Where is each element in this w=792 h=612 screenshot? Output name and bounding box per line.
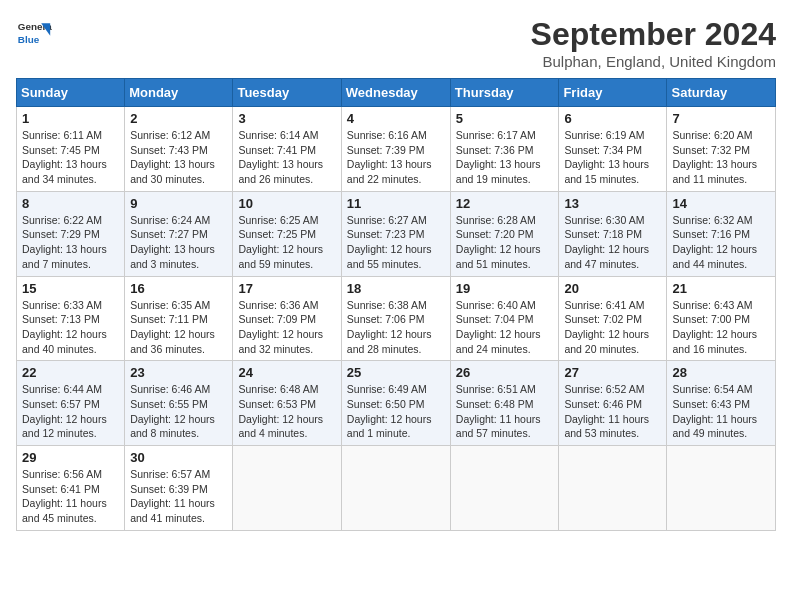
day-number: 9 [130, 196, 227, 211]
header-monday: Monday [125, 79, 233, 107]
header-sunday: Sunday [17, 79, 125, 107]
day-number: 25 [347, 365, 445, 380]
day-number: 28 [672, 365, 770, 380]
day-info: Sunrise: 6:49 AM Sunset: 6:50 PM Dayligh… [347, 382, 445, 441]
day-number: 19 [456, 281, 554, 296]
table-row [667, 446, 776, 531]
table-row: 4Sunrise: 6:16 AM Sunset: 7:39 PM Daylig… [341, 107, 450, 192]
day-number: 15 [22, 281, 119, 296]
table-row: 3Sunrise: 6:14 AM Sunset: 7:41 PM Daylig… [233, 107, 341, 192]
day-info: Sunrise: 6:48 AM Sunset: 6:53 PM Dayligh… [238, 382, 335, 441]
day-info: Sunrise: 6:11 AM Sunset: 7:45 PM Dayligh… [22, 128, 119, 187]
table-row [233, 446, 341, 531]
calendar-week-row: 15Sunrise: 6:33 AM Sunset: 7:13 PM Dayli… [17, 276, 776, 361]
table-row: 19Sunrise: 6:40 AM Sunset: 7:04 PM Dayli… [450, 276, 559, 361]
day-number: 3 [238, 111, 335, 126]
day-number: 20 [564, 281, 661, 296]
day-info: Sunrise: 6:46 AM Sunset: 6:55 PM Dayligh… [130, 382, 227, 441]
day-info: Sunrise: 6:40 AM Sunset: 7:04 PM Dayligh… [456, 298, 554, 357]
table-row: 26Sunrise: 6:51 AM Sunset: 6:48 PM Dayli… [450, 361, 559, 446]
day-number: 30 [130, 450, 227, 465]
day-info: Sunrise: 6:14 AM Sunset: 7:41 PM Dayligh… [238, 128, 335, 187]
table-row: 7Sunrise: 6:20 AM Sunset: 7:32 PM Daylig… [667, 107, 776, 192]
day-number: 6 [564, 111, 661, 126]
day-info: Sunrise: 6:54 AM Sunset: 6:43 PM Dayligh… [672, 382, 770, 441]
table-row: 27Sunrise: 6:52 AM Sunset: 6:46 PM Dayli… [559, 361, 667, 446]
header-saturday: Saturday [667, 79, 776, 107]
table-row: 15Sunrise: 6:33 AM Sunset: 7:13 PM Dayli… [17, 276, 125, 361]
day-info: Sunrise: 6:56 AM Sunset: 6:41 PM Dayligh… [22, 467, 119, 526]
day-number: 21 [672, 281, 770, 296]
day-number: 8 [22, 196, 119, 211]
calendar-week-row: 1Sunrise: 6:11 AM Sunset: 7:45 PM Daylig… [17, 107, 776, 192]
location-subtitle: Bulphan, England, United Kingdom [531, 53, 776, 70]
day-info: Sunrise: 6:28 AM Sunset: 7:20 PM Dayligh… [456, 213, 554, 272]
table-row: 5Sunrise: 6:17 AM Sunset: 7:36 PM Daylig… [450, 107, 559, 192]
day-info: Sunrise: 6:52 AM Sunset: 6:46 PM Dayligh… [564, 382, 661, 441]
table-row: 9Sunrise: 6:24 AM Sunset: 7:27 PM Daylig… [125, 191, 233, 276]
day-info: Sunrise: 6:27 AM Sunset: 7:23 PM Dayligh… [347, 213, 445, 272]
table-row [450, 446, 559, 531]
day-info: Sunrise: 6:57 AM Sunset: 6:39 PM Dayligh… [130, 467, 227, 526]
table-row [341, 446, 450, 531]
day-number: 26 [456, 365, 554, 380]
day-number: 5 [456, 111, 554, 126]
day-info: Sunrise: 6:33 AM Sunset: 7:13 PM Dayligh… [22, 298, 119, 357]
table-row: 18Sunrise: 6:38 AM Sunset: 7:06 PM Dayli… [341, 276, 450, 361]
header-thursday: Thursday [450, 79, 559, 107]
day-info: Sunrise: 6:51 AM Sunset: 6:48 PM Dayligh… [456, 382, 554, 441]
page-header: General Blue September 2024 Bulphan, Eng… [16, 16, 776, 70]
day-info: Sunrise: 6:16 AM Sunset: 7:39 PM Dayligh… [347, 128, 445, 187]
day-number: 17 [238, 281, 335, 296]
day-number: 13 [564, 196, 661, 211]
table-row: 23Sunrise: 6:46 AM Sunset: 6:55 PM Dayli… [125, 361, 233, 446]
table-row: 11Sunrise: 6:27 AM Sunset: 7:23 PM Dayli… [341, 191, 450, 276]
day-info: Sunrise: 6:17 AM Sunset: 7:36 PM Dayligh… [456, 128, 554, 187]
table-row: 29Sunrise: 6:56 AM Sunset: 6:41 PM Dayli… [17, 446, 125, 531]
day-number: 1 [22, 111, 119, 126]
table-row: 22Sunrise: 6:44 AM Sunset: 6:57 PM Dayli… [17, 361, 125, 446]
day-number: 18 [347, 281, 445, 296]
day-number: 2 [130, 111, 227, 126]
table-row: 25Sunrise: 6:49 AM Sunset: 6:50 PM Dayli… [341, 361, 450, 446]
table-row: 21Sunrise: 6:43 AM Sunset: 7:00 PM Dayli… [667, 276, 776, 361]
header-tuesday: Tuesday [233, 79, 341, 107]
calendar-table: Sunday Monday Tuesday Wednesday Thursday… [16, 78, 776, 531]
day-info: Sunrise: 6:44 AM Sunset: 6:57 PM Dayligh… [22, 382, 119, 441]
table-row: 12Sunrise: 6:28 AM Sunset: 7:20 PM Dayli… [450, 191, 559, 276]
table-row: 20Sunrise: 6:41 AM Sunset: 7:02 PM Dayli… [559, 276, 667, 361]
table-row: 28Sunrise: 6:54 AM Sunset: 6:43 PM Dayli… [667, 361, 776, 446]
header-friday: Friday [559, 79, 667, 107]
day-info: Sunrise: 6:25 AM Sunset: 7:25 PM Dayligh… [238, 213, 335, 272]
table-row: 6Sunrise: 6:19 AM Sunset: 7:34 PM Daylig… [559, 107, 667, 192]
calendar-week-row: 22Sunrise: 6:44 AM Sunset: 6:57 PM Dayli… [17, 361, 776, 446]
calendar-header-row: Sunday Monday Tuesday Wednesday Thursday… [17, 79, 776, 107]
calendar-week-row: 29Sunrise: 6:56 AM Sunset: 6:41 PM Dayli… [17, 446, 776, 531]
logo-icon: General Blue [16, 16, 52, 52]
month-title: September 2024 [531, 16, 776, 53]
table-row: 24Sunrise: 6:48 AM Sunset: 6:53 PM Dayli… [233, 361, 341, 446]
day-number: 23 [130, 365, 227, 380]
day-number: 16 [130, 281, 227, 296]
day-number: 14 [672, 196, 770, 211]
day-info: Sunrise: 6:30 AM Sunset: 7:18 PM Dayligh… [564, 213, 661, 272]
day-number: 12 [456, 196, 554, 211]
day-number: 11 [347, 196, 445, 211]
calendar-week-row: 8Sunrise: 6:22 AM Sunset: 7:29 PM Daylig… [17, 191, 776, 276]
title-block: September 2024 Bulphan, England, United … [531, 16, 776, 70]
day-info: Sunrise: 6:12 AM Sunset: 7:43 PM Dayligh… [130, 128, 227, 187]
day-number: 24 [238, 365, 335, 380]
table-row: 8Sunrise: 6:22 AM Sunset: 7:29 PM Daylig… [17, 191, 125, 276]
day-info: Sunrise: 6:19 AM Sunset: 7:34 PM Dayligh… [564, 128, 661, 187]
day-number: 10 [238, 196, 335, 211]
day-info: Sunrise: 6:35 AM Sunset: 7:11 PM Dayligh… [130, 298, 227, 357]
day-number: 4 [347, 111, 445, 126]
table-row: 1Sunrise: 6:11 AM Sunset: 7:45 PM Daylig… [17, 107, 125, 192]
day-number: 29 [22, 450, 119, 465]
day-info: Sunrise: 6:38 AM Sunset: 7:06 PM Dayligh… [347, 298, 445, 357]
day-info: Sunrise: 6:43 AM Sunset: 7:00 PM Dayligh… [672, 298, 770, 357]
day-info: Sunrise: 6:24 AM Sunset: 7:27 PM Dayligh… [130, 213, 227, 272]
table-row: 30Sunrise: 6:57 AM Sunset: 6:39 PM Dayli… [125, 446, 233, 531]
day-number: 27 [564, 365, 661, 380]
day-number: 22 [22, 365, 119, 380]
